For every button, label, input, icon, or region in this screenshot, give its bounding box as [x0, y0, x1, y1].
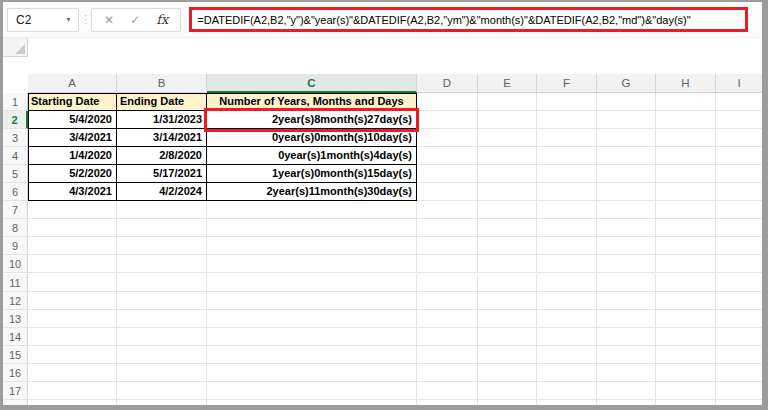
- cell-H17[interactable]: [656, 382, 716, 400]
- cell-A10[interactable]: [28, 255, 117, 273]
- cell-G1[interactable]: [597, 93, 656, 111]
- cell-F8[interactable]: [537, 219, 597, 237]
- cell-A6[interactable]: 4/3/2021: [28, 183, 117, 201]
- cell-A18[interactable]: [28, 400, 117, 405]
- cell-D6[interactable]: [417, 183, 478, 201]
- cell-C14[interactable]: [207, 328, 417, 346]
- cell-A2[interactable]: 5/4/2020: [28, 111, 117, 129]
- cell-E6[interactable]: [478, 183, 537, 201]
- cell-B2[interactable]: 1/31/2023: [117, 111, 207, 129]
- cell-B8[interactable]: [117, 219, 207, 237]
- cell-F18[interactable]: [537, 400, 597, 405]
- insert-function-icon[interactable]: fx: [156, 12, 168, 27]
- cell-D16[interactable]: [417, 364, 478, 382]
- column-header-D[interactable]: D: [417, 74, 478, 93]
- cell-C15[interactable]: [207, 346, 417, 364]
- cell-H14[interactable]: [656, 328, 716, 346]
- cell-G9[interactable]: [597, 237, 656, 255]
- cell-B14[interactable]: [117, 328, 207, 346]
- cell-G10[interactable]: [597, 255, 656, 273]
- cell-A17[interactable]: [28, 382, 117, 400]
- cell-I17[interactable]: [716, 382, 762, 400]
- cell-C3[interactable]: 0year(s)0month(s)10day(s): [207, 129, 417, 147]
- cell-B7[interactable]: [117, 201, 207, 219]
- cell-F4[interactable]: [537, 147, 597, 165]
- row-header-3[interactable]: 3: [3, 129, 28, 147]
- cell-A13[interactable]: [28, 310, 117, 328]
- cell-C9[interactable]: [207, 237, 417, 255]
- cell-I1[interactable]: [716, 93, 762, 111]
- cell-D4[interactable]: [417, 147, 478, 165]
- cell-E1[interactable]: [478, 93, 537, 111]
- enter-icon[interactable]: ✓: [130, 13, 140, 27]
- cell-D3[interactable]: [417, 129, 478, 147]
- cell-E17[interactable]: [478, 382, 537, 400]
- cell-I14[interactable]: [716, 328, 762, 346]
- cell-H16[interactable]: [656, 364, 716, 382]
- cell-G17[interactable]: [597, 382, 656, 400]
- cell-F17[interactable]: [537, 382, 597, 400]
- cell-D13[interactable]: [417, 310, 478, 328]
- cell-G5[interactable]: [597, 165, 656, 183]
- cell-A14[interactable]: [28, 328, 117, 346]
- cell-F7[interactable]: [537, 201, 597, 219]
- cell-E16[interactable]: [478, 364, 537, 382]
- cancel-icon[interactable]: ✕: [104, 13, 114, 27]
- cell-E11[interactable]: [478, 274, 537, 292]
- cell-C16[interactable]: [207, 364, 417, 382]
- row-header-13[interactable]: 13: [3, 310, 28, 328]
- cell-I16[interactable]: [716, 364, 762, 382]
- cell-I7[interactable]: [716, 201, 762, 219]
- cell-D9[interactable]: [417, 237, 478, 255]
- cell-F6[interactable]: [537, 183, 597, 201]
- cell-I18[interactable]: [716, 400, 762, 405]
- cell-B18[interactable]: [117, 400, 207, 405]
- cell-E14[interactable]: [478, 328, 537, 346]
- cell-F15[interactable]: [537, 346, 597, 364]
- select-all-button[interactable]: [3, 38, 28, 57]
- row-header-5[interactable]: 5: [3, 165, 28, 183]
- cell-F14[interactable]: [537, 328, 597, 346]
- cell-B9[interactable]: [117, 237, 207, 255]
- row-header-9[interactable]: 9: [3, 237, 28, 255]
- cell-C17[interactable]: [207, 382, 417, 400]
- cell-I5[interactable]: [716, 165, 762, 183]
- cell-H1[interactable]: [656, 93, 716, 111]
- cell-G11[interactable]: [597, 274, 656, 292]
- cell-D10[interactable]: [417, 255, 478, 273]
- column-header-F[interactable]: F: [537, 74, 597, 93]
- row-header-12[interactable]: 12: [3, 292, 28, 310]
- cell-E5[interactable]: [478, 165, 537, 183]
- cell-G2[interactable]: [597, 111, 656, 129]
- row-header-11[interactable]: 11: [3, 274, 28, 292]
- cell-B17[interactable]: [117, 382, 207, 400]
- cell-E15[interactable]: [478, 346, 537, 364]
- cell-F1[interactable]: [537, 93, 597, 111]
- cell-F12[interactable]: [537, 292, 597, 310]
- cell-E13[interactable]: [478, 310, 537, 328]
- cell-D18[interactable]: [417, 400, 478, 405]
- cell-H7[interactable]: [656, 201, 716, 219]
- cell-B13[interactable]: [117, 310, 207, 328]
- cell-C8[interactable]: [207, 219, 417, 237]
- cell-H10[interactable]: [656, 255, 716, 273]
- cell-D15[interactable]: [417, 346, 478, 364]
- row-header-18[interactable]: 18: [3, 400, 28, 405]
- cell-G16[interactable]: [597, 364, 656, 382]
- cell-C12[interactable]: [207, 292, 417, 310]
- cell-H2[interactable]: [656, 111, 716, 129]
- cell-F3[interactable]: [537, 129, 597, 147]
- cell-D17[interactable]: [417, 382, 478, 400]
- cell-D8[interactable]: [417, 219, 478, 237]
- cell-G6[interactable]: [597, 183, 656, 201]
- cell-B15[interactable]: [117, 346, 207, 364]
- cell-A9[interactable]: [28, 237, 117, 255]
- row-header-14[interactable]: 14: [3, 328, 28, 346]
- cell-G13[interactable]: [597, 310, 656, 328]
- cell-E12[interactable]: [478, 292, 537, 310]
- cell-A7[interactable]: [28, 201, 117, 219]
- column-header-A[interactable]: A: [28, 74, 117, 93]
- cell-B4[interactable]: 2/8/2020: [117, 147, 207, 165]
- cell-I9[interactable]: [716, 237, 762, 255]
- cell-F16[interactable]: [537, 364, 597, 382]
